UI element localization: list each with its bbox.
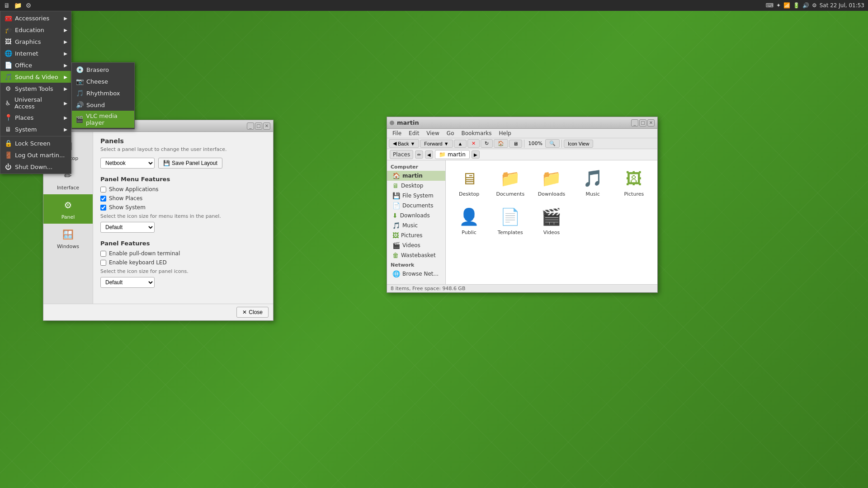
menu-item-office[interactable]: 📄 Office ▶ xyxy=(0,59,71,71)
fm-up-btn[interactable]: ▲ xyxy=(454,140,467,148)
submenu-sound[interactable]: 🔊 Sound xyxy=(72,99,134,111)
enable-terminal-label: Enable pull-down terminal xyxy=(109,250,180,257)
fm-view-btn[interactable]: Icon View xyxy=(564,140,594,148)
fm-file-public[interactable]: 👤 Public xyxy=(450,203,488,238)
office-arrow: ▶ xyxy=(64,63,67,68)
fm-toolbar-separator2 xyxy=(561,140,562,148)
menu-item-sound-video[interactable]: 🎵 Sound & Video ▶ xyxy=(0,71,71,83)
application-menu: 🧰 Accessories ▶ 🎓 Education ▶ 🖼 Graphics… xyxy=(0,11,71,174)
tweak-close-btn[interactable]: ✕ xyxy=(263,122,270,130)
fm-breadcrumb-edit-btn[interactable]: ✏ xyxy=(415,150,423,159)
pictures-file-icon: 🖼 xyxy=(623,168,645,189)
fm-menu-bookmarks[interactable]: Bookmarks xyxy=(458,129,495,137)
fm-sidebar-pictures[interactable]: 🖼 Pictures xyxy=(387,230,445,240)
menu-item-education[interactable]: 🎓 Education ▶ xyxy=(0,24,71,36)
tweak-sidebar-windows[interactable]: 🪟 Windows xyxy=(43,224,93,253)
icon-size-select[interactable]: Default Small Large xyxy=(100,222,155,233)
fm-menu-help[interactable]: Help xyxy=(495,129,515,137)
fm-file-pictures[interactable]: 🖼 Pictures xyxy=(615,165,653,200)
logout-icon: 🚪 xyxy=(4,151,12,159)
fm-back-btn[interactable]: ◀ Back ▼ xyxy=(389,139,419,148)
panel-left: 🖥 📁 ⚙ xyxy=(0,0,35,10)
keyboard-icon: ⌨ xyxy=(766,2,774,9)
tweak-content: Panels Select a panel layout to change t… xyxy=(93,132,273,304)
fm-close-btn[interactable]: ✕ xyxy=(647,119,655,127)
show-applications-checkbox[interactable] xyxy=(100,187,106,192)
submenu-brasero[interactable]: 💿 Brasero xyxy=(72,64,134,75)
fm-toolbar-separator xyxy=(524,140,524,148)
menu-item-shutdown[interactable]: ⏻ Shut Down... xyxy=(0,161,71,173)
panel-icon-size-row: Default Small Large xyxy=(100,277,266,288)
menu-item-places[interactable]: 📍 Places ▶ xyxy=(0,112,71,123)
enable-keyboard-checkbox[interactable] xyxy=(100,260,106,266)
show-places-checkbox[interactable] xyxy=(100,196,106,202)
system-arrow: ▶ xyxy=(64,127,67,132)
fm-title-dot xyxy=(390,121,394,125)
internet-icon: 🌐 xyxy=(4,49,12,57)
fm-breadcrumb-left-btn[interactable]: ◀ xyxy=(425,150,433,159)
fm-file-music[interactable]: 🎵 Music xyxy=(574,165,612,200)
fm-file-templates[interactable]: 📄 Templates xyxy=(491,203,529,238)
fm-menu-go[interactable]: Go xyxy=(443,129,458,137)
submenu-rhythmbox[interactable]: 🎵 Rhythmbox xyxy=(72,87,134,99)
menu-item-lock-screen[interactable]: 🔒 Lock Screen xyxy=(0,137,71,149)
menu-item-logout[interactable]: 🚪 Log Out martin... xyxy=(0,149,71,161)
fm-sidebar-downloads[interactable]: ⬇ Downloads xyxy=(387,211,445,221)
fm-sidebar-videos[interactable]: 🎬 Videos xyxy=(387,240,445,250)
tweak-minimize-btn[interactable]: _ xyxy=(247,122,254,130)
fm-home-btn[interactable]: 🏠 xyxy=(494,139,508,148)
downloads-folder-icon: ⬇ xyxy=(392,212,398,219)
tweak-sidebar-panel[interactable]: ⚙ Panel xyxy=(43,194,93,224)
fm-file-documents[interactable]: 📁 Documents xyxy=(491,165,529,200)
fm-reload-btn[interactable]: ↻ xyxy=(481,139,493,148)
windows-sidebar-icon: 🪟 xyxy=(61,227,75,242)
submenu-cheese[interactable]: 📷 Cheese xyxy=(72,75,134,87)
fm-sidebar-filesystem[interactable]: 💾 File System xyxy=(387,191,445,201)
submenu-vlc[interactable]: 🎬 VLC media player xyxy=(72,111,134,128)
fm-sidebar-browse-network[interactable]: 🌐 Browse Net... xyxy=(387,269,445,279)
fm-places-label[interactable]: Places xyxy=(390,150,413,159)
fm-sidebar-music[interactable]: 🎵 Music xyxy=(387,221,445,230)
fm-sidebar-martin[interactable]: 🏠 martin xyxy=(387,171,445,181)
menu-item-system[interactable]: 🖥 System ▶ xyxy=(0,123,71,135)
fm-sidebar-wastebasket[interactable]: 🗑 Wastebasket xyxy=(387,250,445,260)
wastebasket-icon: 🗑 xyxy=(392,252,399,259)
panel-folder-icon[interactable]: 📁 xyxy=(13,0,23,10)
menu-item-accessories[interactable]: 🧰 Accessories ▶ xyxy=(0,12,71,24)
tweak-close-footer-btn[interactable]: ✕ Close xyxy=(236,307,269,318)
fm-menubar: File Edit View Go Bookmarks Help xyxy=(387,129,657,138)
fm-minimize-btn[interactable]: _ xyxy=(631,119,638,127)
enable-terminal-checkbox[interactable] xyxy=(100,251,106,257)
tweak-maximize-btn[interactable]: □ xyxy=(255,122,262,130)
menu-item-system-tools[interactable]: ⚙ System Tools ▶ xyxy=(0,83,71,94)
panel-layout-select[interactable]: Netbook Classic Modern xyxy=(100,158,155,169)
sound-video-arrow: ▶ xyxy=(64,75,67,80)
fm-menu-file[interactable]: File xyxy=(389,129,405,137)
fm-sidebar-desktop[interactable]: 🖥 Desktop xyxy=(387,181,445,191)
menu-item-universal-access[interactable]: ♿ Universal Access ▶ xyxy=(0,94,71,112)
panel-settings-icon[interactable]: ⚙ xyxy=(24,0,33,10)
fm-stop-btn[interactable]: ✕ xyxy=(467,139,480,148)
fm-sidebar-documents[interactable]: 📄 Documents xyxy=(387,201,445,211)
fm-computer-btn[interactable]: 🖥 xyxy=(509,140,522,148)
datetime-display: Sat 22 Jul, 01:53 xyxy=(820,2,864,9)
network-icon: 🌐 xyxy=(392,270,400,277)
panel-app-icon[interactable]: 🖥 xyxy=(2,0,12,10)
save-panel-layout-btn[interactable]: 💾 Save Panel Layout xyxy=(158,158,222,169)
menu-item-internet[interactable]: 🌐 Internet ▶ xyxy=(0,47,71,59)
fm-menu-edit[interactable]: Edit xyxy=(405,129,423,137)
fm-menu-view[interactable]: View xyxy=(423,129,443,137)
fm-forward-btn[interactable]: Forward ▼ xyxy=(420,140,453,148)
fm-file-videos[interactable]: 🎬 Videos xyxy=(533,203,570,238)
fm-zoom-icon[interactable]: 🔍 xyxy=(545,139,560,148)
show-system-checkbox[interactable] xyxy=(100,205,106,211)
menu-item-graphics[interactable]: 🖼 Graphics ▶ xyxy=(0,36,71,47)
fm-file-desktop[interactable]: 🖥 Desktop xyxy=(450,165,488,200)
fm-breadcrumb-right-btn[interactable]: ▶ xyxy=(472,150,480,159)
path-icon: 📁 xyxy=(439,151,446,158)
panel-right: ⌨ ✦ 📶 🔋 🔊 ⚙ Sat 22 Jul, 01:53 xyxy=(762,2,868,9)
fm-maximize-btn[interactable]: □ xyxy=(639,119,646,127)
panel-icon-size-select[interactable]: Default Small Large xyxy=(100,277,155,288)
accessories-icon: 🧰 xyxy=(4,14,12,22)
fm-file-downloads[interactable]: 📁 Downloads xyxy=(533,165,570,200)
